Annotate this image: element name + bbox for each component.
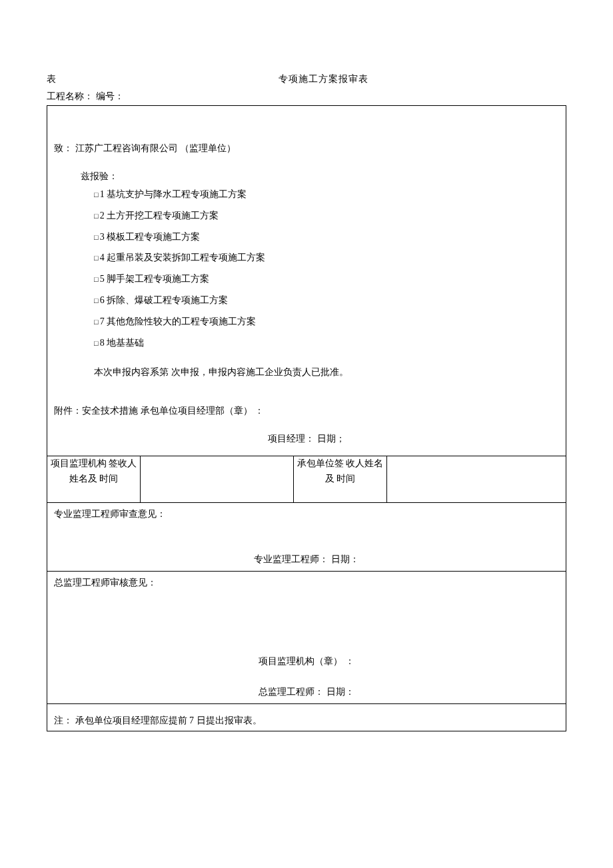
specialist-sign-line: 专业监理工程师： 日期： [54, 554, 559, 566]
checkbox-icon: □ [94, 212, 99, 220]
page-header: 表 专项施工方案报审表 [47, 73, 566, 85]
checklist-item: □1 基坑支护与降水工程专项施工方案 [54, 187, 559, 203]
contractor-signer-value [387, 456, 566, 503]
report-label: 兹报验： [54, 171, 559, 183]
declaration-text: 本次申报内容系第 次申报，申报内容施工企业负责人已批准。 [54, 366, 559, 378]
specialist-opinion-title: 专业监理工程师审查意见： [54, 508, 559, 520]
item-text: 3 模板工程专项施工方案 [100, 232, 201, 242]
checkbox-icon: □ [94, 233, 99, 241]
contractor-signer-label: 承包单位签 收人姓名及 时间 [294, 456, 387, 503]
checkbox-icon: □ [94, 339, 99, 347]
form-table: 致： 江苏广工程咨询有限公司 （监理单位） 兹报验： □1 基坑支护与降水工程专… [47, 105, 566, 731]
item-text: 8 地基基础 [100, 338, 145, 348]
application-section: 致： 江苏广工程咨询有限公司 （监理单位） 兹报验： □1 基坑支护与降水工程专… [47, 106, 566, 456]
checklist-item: □3 模板工程专项施工方案 [54, 229, 559, 245]
supervisor-signer-label: 项目监理机构 签收人姓名及 时间 [47, 456, 141, 503]
chief-opinion-title: 总监理工程师审核意见： [54, 577, 559, 589]
header-left-label: 表 [47, 73, 80, 85]
pm-date-line: 项目经理： 日期； [54, 433, 559, 449]
page-title: 专项施工方案报审表 [80, 73, 566, 85]
checklist-item: □4 起重吊装及安装拆卸工程专项施工方案 [54, 250, 559, 266]
signature-row: 项目监理机构 签收人姓名及 时间 承包单位签 收人姓名及 时间 [47, 456, 566, 503]
addressee: 致： 江苏广工程咨询有限公司 （监理单位） [54, 143, 559, 155]
checklist-item: □7 其他危险性较大的工程专项施工方案 [54, 314, 559, 330]
item-text: 1 基坑支护与降水工程专项施工方案 [100, 189, 247, 199]
checklist-item: □5 脚手架工程专项施工方案 [54, 271, 559, 287]
checklist-item: □8 地基基础 [54, 335, 559, 351]
checklist-item: □2 土方开挖工程专项施工方案 [54, 208, 559, 224]
supervisor-signer-value [141, 456, 294, 503]
org-seal-line: 项目监理机构（章） ： [54, 655, 559, 667]
checkbox-icon: □ [94, 318, 99, 326]
item-text: 7 其他危险性较大的工程专项施工方案 [100, 316, 257, 326]
attachment-text: 附件：安全技术措施 承包单位项目经理部（章） ： [54, 405, 559, 417]
chief-opinion-section: 总监理工程师审核意见： 项目监理机构（章） ： 总监理工程师： 日期： [47, 572, 566, 703]
checkbox-icon: □ [94, 191, 99, 199]
checkbox-icon: □ [94, 275, 99, 283]
checklist-item: □6 拆除、爆破工程专项施工方案 [54, 292, 559, 308]
chief-sign-line: 总监理工程师： 日期： [54, 686, 559, 698]
checkbox-icon: □ [94, 254, 99, 262]
item-text: 4 起重吊装及安装拆卸工程专项施工方案 [100, 252, 266, 262]
item-text: 2 土方开挖工程专项施工方案 [100, 211, 219, 220]
checkbox-icon: □ [94, 296, 99, 304]
project-name-row: 工程名称： 编号： [47, 91, 566, 103]
item-text: 6 拆除、爆破工程专项施工方案 [100, 295, 229, 305]
item-text: 5 脚手架工程专项施工方案 [100, 274, 210, 284]
specialist-opinion-section: 专业监理工程师审查意见： 专业监理工程师： 日期： [47, 503, 566, 571]
footnote: 注： 承包单位项目经理部应提前 7 日提出报审表。 [47, 704, 566, 731]
